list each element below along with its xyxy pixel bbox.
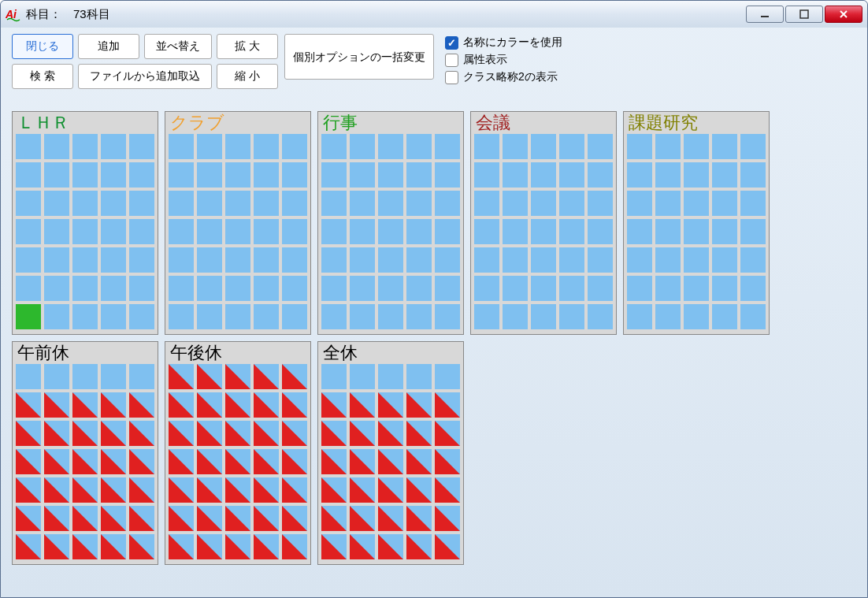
grid-cell[interactable] <box>197 506 222 531</box>
grid-cell[interactable] <box>684 304 709 329</box>
grid-cell[interactable] <box>740 219 766 244</box>
import-button[interactable]: ファイルから追加取込 <box>78 64 212 89</box>
grid-cell[interactable] <box>435 219 460 244</box>
grid-cell[interactable] <box>350 191 375 216</box>
grid-cell[interactable] <box>197 421 222 446</box>
grid-cell[interactable] <box>72 162 98 188</box>
grid-cell[interactable] <box>712 191 737 216</box>
grid-cell[interactable] <box>129 247 154 273</box>
grid-cell[interactable] <box>254 191 279 216</box>
grid-cell[interactable] <box>72 421 98 446</box>
grid-cell[interactable] <box>101 534 126 559</box>
grid-cell[interactable] <box>44 162 69 188</box>
grid-cell[interactable] <box>350 276 375 301</box>
grid-cell[interactable] <box>16 392 41 418</box>
grid-cell[interactable] <box>559 247 584 273</box>
grid-cell[interactable] <box>378 364 403 389</box>
grid-cell[interactable] <box>406 304 432 329</box>
grid-cell[interactable] <box>350 421 375 446</box>
grid-cell[interactable] <box>378 219 403 244</box>
grid-cell[interactable] <box>44 219 69 244</box>
grid-cell[interactable] <box>378 191 403 216</box>
grid-cell[interactable] <box>588 276 613 301</box>
grid-cell[interactable] <box>406 364 432 389</box>
grid-cell[interactable] <box>474 304 499 329</box>
bulk-option-button[interactable]: 個別オプションの一括変更 <box>284 34 434 80</box>
grid-cell[interactable] <box>435 477 460 503</box>
grid-cell[interactable] <box>225 477 250 503</box>
grid-cell[interactable] <box>503 191 528 216</box>
grid-cell[interactable] <box>225 219 250 244</box>
grid-cell[interactable] <box>321 392 347 418</box>
grid-cell[interactable] <box>655 191 681 216</box>
grid-cell[interactable] <box>655 219 681 244</box>
grid-cell[interactable] <box>531 162 556 188</box>
grid-cell[interactable] <box>712 134 737 159</box>
grid-cell[interactable] <box>350 162 375 188</box>
grid-cell[interactable] <box>282 247 307 273</box>
grid-cell[interactable] <box>712 162 737 188</box>
grid-cell[interactable] <box>129 477 154 503</box>
grid-cell[interactable] <box>435 421 460 446</box>
grid-cell[interactable] <box>406 421 432 446</box>
grid-cell[interactable] <box>44 191 69 216</box>
grid-cell[interactable] <box>378 276 403 301</box>
grid-cell[interactable] <box>16 247 41 273</box>
grid-cell[interactable] <box>531 191 556 216</box>
grid-cell[interactable] <box>321 162 347 188</box>
grid-cell[interactable] <box>474 162 499 188</box>
close-window-button[interactable] <box>825 6 862 23</box>
grid-cell[interactable] <box>197 134 222 159</box>
grid-cell[interactable] <box>503 247 528 273</box>
grid-cell[interactable] <box>282 421 307 446</box>
grid-cell[interactable] <box>350 134 375 159</box>
grid-cell[interactable] <box>44 421 69 446</box>
grid-cell[interactable] <box>16 134 41 159</box>
grid-cell[interactable] <box>169 219 194 244</box>
grid-cell[interactable] <box>225 247 250 273</box>
grid-cell[interactable] <box>16 534 41 559</box>
grid-cell[interactable] <box>588 247 613 273</box>
grid-cell[interactable] <box>627 247 652 273</box>
grid-cell[interactable] <box>169 449 194 474</box>
grid-cell[interactable] <box>129 392 154 418</box>
grid-cell[interactable] <box>254 162 279 188</box>
grid-cell[interactable] <box>627 162 652 188</box>
grid-cell[interactable] <box>101 247 126 273</box>
grid-cell[interactable] <box>474 134 499 159</box>
grid-cell[interactable] <box>321 477 347 503</box>
grid-cell[interactable] <box>740 162 766 188</box>
grid-cell[interactable] <box>225 276 250 301</box>
grid-cell[interactable] <box>16 191 41 216</box>
grid-cell[interactable] <box>684 134 709 159</box>
grid-cell[interactable] <box>378 134 403 159</box>
grid-cell[interactable] <box>627 304 652 329</box>
grid-cell[interactable] <box>378 477 403 503</box>
grid-cell[interactable] <box>321 247 347 273</box>
grid-cell[interactable] <box>254 134 279 159</box>
grid-cell[interactable] <box>503 304 528 329</box>
grid-cell[interactable] <box>225 134 250 159</box>
grid-cell[interactable] <box>655 247 681 273</box>
grid-cell[interactable] <box>101 276 126 301</box>
grid-cell[interactable] <box>531 219 556 244</box>
grid-cell[interactable] <box>350 364 375 389</box>
grid-cell[interactable] <box>16 219 41 244</box>
grid-cell[interactable] <box>435 506 460 531</box>
grid-cell[interactable] <box>169 477 194 503</box>
grid-cell[interactable] <box>684 191 709 216</box>
grid-cell[interactable] <box>406 219 432 244</box>
grid-cell[interactable] <box>101 449 126 474</box>
grid-cell[interactable] <box>435 364 460 389</box>
grid-cell[interactable] <box>129 219 154 244</box>
grid-cell[interactable] <box>225 392 250 418</box>
grid-cell[interactable] <box>282 449 307 474</box>
grid-cell[interactable] <box>406 162 432 188</box>
grid-cell[interactable] <box>503 276 528 301</box>
grid-cell[interactable] <box>406 534 432 559</box>
grid-cell[interactable] <box>72 477 98 503</box>
grid-cell[interactable] <box>350 247 375 273</box>
content-scroll[interactable]: ＬＨＲクラブ行事会議課題研究午前休午後休全休 <box>12 111 856 586</box>
grid-cell[interactable] <box>169 534 194 559</box>
grid-cell[interactable] <box>321 276 347 301</box>
